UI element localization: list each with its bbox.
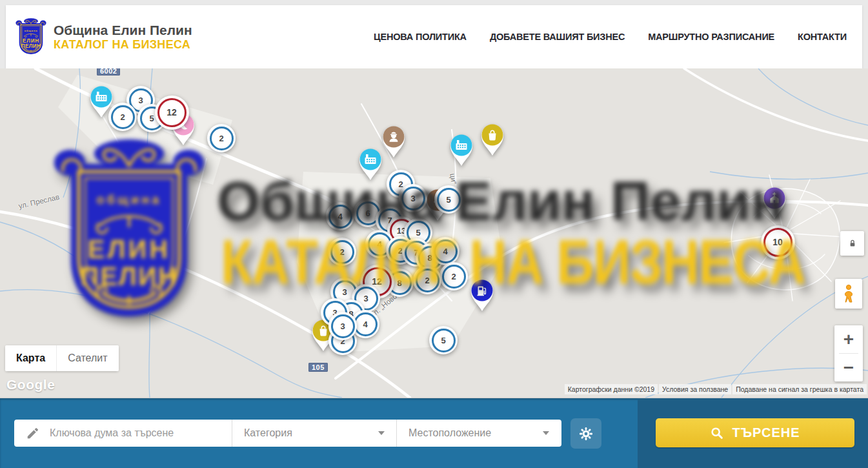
nav-add-business[interactable]: ДОБАВЕТЕ ВАШИЯТ БИЗНЕС — [490, 32, 625, 42]
map-pin-church[interactable] — [760, 182, 789, 223]
map-cluster[interactable]: 5 — [434, 185, 463, 214]
map-cluster[interactable]: 2 — [413, 266, 441, 294]
pegman-button[interactable] — [835, 279, 862, 309]
zoom-in-button[interactable]: + — [834, 325, 863, 353]
map-pin-fuel[interactable] — [467, 274, 497, 316]
search-bar: Категория Местоположение — [0, 398, 868, 468]
terms-link[interactable]: Условия за ползване — [659, 384, 731, 394]
nav-route-schedule[interactable]: МАРШРУТНО РАЗПИСАНИЕ — [648, 32, 774, 42]
site-header: община ЕЛИН ПЕЛИН Община Елин Пелин КАТА… — [0, 0, 868, 68]
search-submit-label: ТЪРСЕНЕ — [732, 425, 800, 440]
nav-contacts[interactable]: КОНТАКТИ — [798, 32, 847, 42]
map-cluster[interactable]: 4 — [431, 237, 459, 265]
gear-icon — [578, 426, 594, 442]
map-cluster[interactable]: 2 — [328, 238, 356, 266]
map-cluster[interactable]: 2 — [207, 124, 236, 152]
municipality-crest-icon: община ЕЛИН ПЕЛИН — [15, 17, 47, 57]
main-nav: ЦЕНОВА ПОЛИТИКА ДОБАВЕТЕ ВАШИЯТ БИЗНЕС М… — [374, 32, 847, 42]
svg-text:община: община — [25, 28, 37, 32]
svg-text:ЕЛИН: ЕЛИН — [23, 37, 39, 43]
search-panel: Категория Местоположение — [14, 420, 561, 447]
map-cluster[interactable]: 3 — [399, 184, 427, 212]
zoom-control: + − — [834, 325, 863, 382]
keyword-search-input[interactable] — [48, 427, 212, 440]
map-type-control: Карта Сателит — [5, 345, 119, 371]
category-placeholder: Категория — [244, 427, 292, 439]
map-type-satellite-button[interactable]: Сателит — [56, 345, 118, 371]
map-data-attribution: Картографски данни ©2019 — [565, 384, 658, 394]
map-cluster[interactable]: 4 — [326, 202, 354, 230]
site-subtitle: КАТАЛОГ НА БИЗНЕСА — [54, 38, 192, 51]
chevron-down-icon — [543, 431, 549, 435]
map-pin-factory[interactable] — [447, 129, 476, 170]
zoom-out-button[interactable]: − — [834, 354, 863, 382]
map-attribution: Картографски данни ©2019 Условия за полз… — [565, 384, 867, 394]
pegman-icon — [841, 284, 856, 303]
map-cluster[interactable]: 5 — [429, 326, 458, 354]
location-select[interactable]: Местоположение — [396, 420, 561, 447]
map-cluster[interactable]: 10 — [761, 225, 795, 259]
keyword-section — [14, 420, 232, 447]
pencil-icon — [26, 426, 40, 440]
svg-text:ПЕЛИН: ПЕЛИН — [21, 43, 41, 49]
brand-text: Община Елин Пелин КАТАЛОГ НА БИЗНЕСА — [54, 23, 192, 51]
map-lock-button[interactable] — [840, 231, 864, 256]
map-cluster[interactable]: 2 — [108, 103, 137, 131]
header-panel: община ЕЛИН ПЕЛИН Община Елин Пелин КАТА… — [6, 5, 862, 68]
search-submit-button[interactable]: ТЪРСЕНЕ — [656, 418, 854, 447]
site-title: Община Елин Пелин — [54, 23, 192, 38]
map-cluster[interactable]: 2 — [439, 262, 468, 290]
brand-logo[interactable]: община ЕЛИН ПЕЛИН Община Елин Пелин КАТА… — [15, 17, 192, 57]
map-pin-factory[interactable] — [356, 143, 385, 185]
map-cluster[interactable]: 12 — [155, 96, 189, 130]
map-canvas[interactable]: 3251222354671354227842812233283435106002… — [0, 68, 868, 398]
road-badge: 105 — [308, 363, 328, 372]
search-icon — [710, 426, 724, 440]
map-cluster[interactable]: 3 — [328, 312, 357, 340]
location-placeholder: Местоположение — [409, 427, 491, 439]
chevron-down-icon — [378, 431, 385, 435]
road-badge: 6002 — [97, 68, 120, 76]
lock-icon — [846, 237, 859, 250]
nav-pricing-policy[interactable]: ЦЕНОВА ПОЛИТИКА — [374, 32, 467, 42]
map-type-map-button[interactable]: Карта — [5, 345, 56, 371]
report-error-link[interactable]: Подаване на сигнал за грешка в картата — [732, 384, 867, 394]
search-settings-button[interactable] — [570, 418, 601, 449]
category-select[interactable]: Категория — [232, 420, 396, 447]
street-label: ци“ — [449, 173, 458, 185]
map-pin-bag[interactable] — [478, 119, 507, 160]
google-logo[interactable]: Google — [6, 377, 55, 392]
